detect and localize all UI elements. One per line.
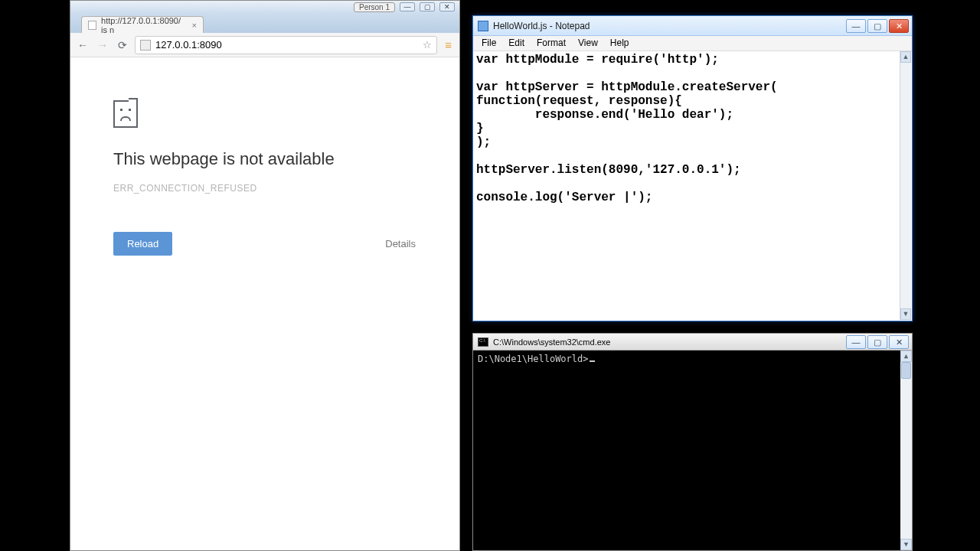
reload-page-button[interactable]: Reload (113, 232, 172, 256)
notepad-menubar: File Edit Format View Help (473, 36, 912, 51)
cmd-prompt: D:\Node1\HelloWorld> (478, 354, 589, 364)
chrome-menu-icon[interactable]: ≡ (442, 38, 455, 51)
page-content: This webpage is not available ERR_CONNEC… (70, 57, 459, 550)
scroll-up-icon[interactable]: ▲ (900, 350, 912, 362)
chrome-window: Person 1 — ▢ ✕ http://127.0.0.1:8090/ is… (70, 0, 460, 551)
cmd-titlebar[interactable]: C:\Windows\system32\cmd.exe — ▢ ✕ (473, 334, 912, 350)
notepad-text-area[interactable]: var httpModule = require('http'); var ht… (473, 51, 912, 321)
chrome-minimize-button[interactable]: — (400, 2, 415, 11)
notepad-window: HelloWorld.js - Notepad — ▢ ✕ File Edit … (472, 15, 913, 321)
notepad-close-button[interactable]: ✕ (889, 19, 909, 33)
bookmark-star-icon[interactable]: ☆ (423, 39, 432, 51)
details-link[interactable]: Details (385, 238, 416, 249)
cmd-app-icon (478, 337, 488, 347)
url-input[interactable] (155, 39, 418, 51)
menu-help[interactable]: Help (605, 36, 635, 51)
menu-edit[interactable]: Edit (503, 36, 530, 51)
notepad-scrollbar[interactable]: ▲ ▼ (900, 51, 911, 320)
cmd-terminal[interactable]: D:\Node1\HelloWorld> ▲ ▼ (473, 350, 912, 550)
menu-file[interactable]: File (476, 36, 501, 51)
cmd-title: C:\Windows\system32\cmd.exe (493, 337, 610, 347)
favicon-icon (88, 21, 96, 30)
sad-page-icon (113, 100, 138, 128)
menu-view[interactable]: View (573, 36, 603, 51)
cmd-window: C:\Windows\system32\cmd.exe — ▢ ✕ D:\Nod… (472, 333, 913, 551)
notepad-app-icon (478, 21, 488, 31)
cmd-maximize-button[interactable]: ▢ (867, 335, 887, 349)
forward-button[interactable]: → (95, 37, 110, 53)
address-bar[interactable]: ☆ (135, 36, 437, 54)
profile-badge[interactable]: Person 1 (354, 2, 395, 12)
chrome-maximize-button[interactable]: ▢ (420, 2, 435, 11)
scroll-down-icon[interactable]: ▼ (900, 539, 912, 550)
scroll-down-icon[interactable]: ▼ (900, 308, 911, 320)
browser-tab[interactable]: http://127.0.0.1:8090/ is n × (81, 16, 204, 33)
error-code: ERR_CONNECTION_REFUSED (113, 183, 416, 194)
tab-close-icon[interactable]: × (192, 21, 197, 30)
scroll-thumb[interactable] (901, 362, 911, 379)
tab-strip: http://127.0.0.1:8090/ is n × (70, 13, 459, 33)
cmd-minimize-button[interactable]: — (846, 335, 866, 349)
scroll-up-icon[interactable]: ▲ (900, 51, 911, 63)
chrome-close-button[interactable]: ✕ (439, 2, 455, 11)
notepad-title: HelloWorld.js - Notepad (493, 21, 590, 31)
reload-button[interactable]: ⟳ (115, 37, 130, 53)
cmd-scrollbar[interactable]: ▲ ▼ (900, 350, 912, 550)
notepad-minimize-button[interactable]: — (846, 19, 866, 33)
cmd-close-button[interactable]: ✕ (889, 335, 909, 349)
tab-title: http://127.0.0.1:8090/ is n (101, 16, 188, 34)
chrome-toolbar: ← → ⟳ ☆ ≡ (70, 33, 459, 57)
menu-format[interactable]: Format (531, 36, 571, 51)
chrome-titlebar[interactable]: Person 1 — ▢ ✕ (70, 1, 459, 13)
error-heading: This webpage is not available (113, 149, 416, 169)
notepad-maximize-button[interactable]: ▢ (867, 19, 887, 33)
cmd-cursor (590, 360, 595, 362)
notepad-titlebar[interactable]: HelloWorld.js - Notepad — ▢ ✕ (473, 16, 912, 36)
back-button[interactable]: ← (75, 37, 90, 53)
page-icon (140, 40, 151, 51)
